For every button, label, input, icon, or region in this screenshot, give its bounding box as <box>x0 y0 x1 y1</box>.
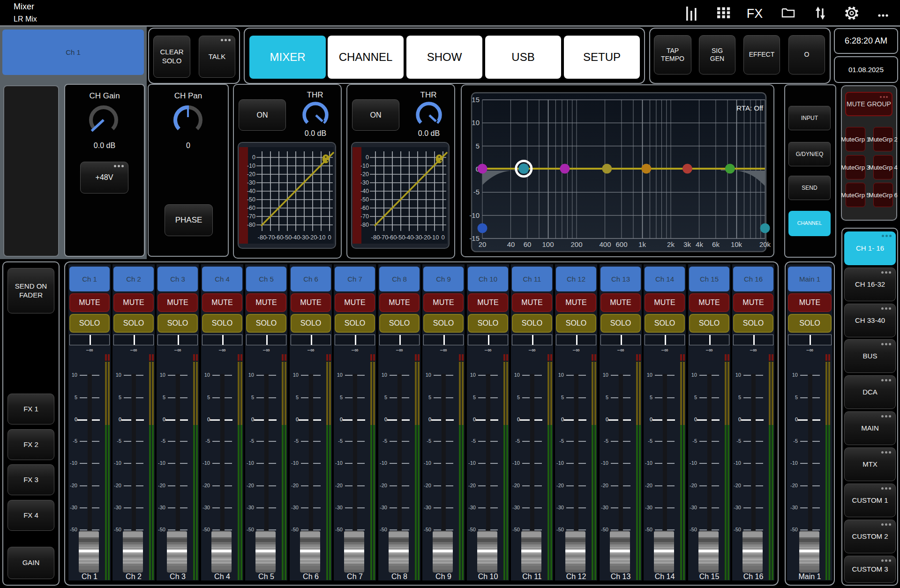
svg-text:-30: -30 <box>413 234 422 241</box>
svg-text:-80: -80 <box>360 222 369 228</box>
svg-text:-20: -20 <box>360 171 369 178</box>
svg-text:600: 600 <box>615 240 627 248</box>
svg-text:10k: 10k <box>731 240 742 248</box>
svg-text:-20: -20 <box>422 234 431 241</box>
svg-text:-60: -60 <box>275 234 284 241</box>
svg-text:-40: -40 <box>247 188 255 194</box>
svg-text:6k: 6k <box>712 240 720 248</box>
svg-text:100: 100 <box>542 240 554 248</box>
svg-text:-60: -60 <box>247 205 255 211</box>
svg-text:-50: -50 <box>360 196 369 203</box>
svg-text:-50: -50 <box>397 234 405 241</box>
svg-text:-70: -70 <box>360 213 369 220</box>
svg-text:15: 15 <box>472 96 480 104</box>
svg-text:1k: 1k <box>638 240 646 248</box>
svg-text:-40: -40 <box>360 188 369 194</box>
svg-text:4k: 4k <box>696 240 703 248</box>
svg-text:0: 0 <box>328 234 331 241</box>
svg-text:-50: -50 <box>247 196 255 203</box>
svg-text:-80: -80 <box>258 234 267 241</box>
svg-text:10: 10 <box>472 119 480 127</box>
svg-text:5: 5 <box>476 142 480 150</box>
svg-text:-70: -70 <box>266 234 275 241</box>
svg-text:-10: -10 <box>247 163 255 169</box>
svg-text:FX: FX <box>747 7 763 21</box>
svg-text:3k: 3k <box>683 240 691 248</box>
svg-text:-30: -30 <box>360 179 369 186</box>
svg-text:-40: -40 <box>292 234 300 241</box>
svg-text:-70: -70 <box>247 213 255 220</box>
svg-text:20k: 20k <box>759 240 771 248</box>
svg-text:-80: -80 <box>371 234 380 241</box>
svg-text:-60: -60 <box>360 205 369 211</box>
svg-text:-30: -30 <box>247 179 255 186</box>
svg-text:-50: -50 <box>283 234 292 241</box>
svg-text:-10: -10 <box>469 211 480 219</box>
svg-text:-5: -5 <box>473 188 480 196</box>
svg-text:0: 0 <box>441 234 444 241</box>
svg-text:-20: -20 <box>308 234 317 241</box>
svg-text:-10: -10 <box>430 234 439 241</box>
svg-text:-10: -10 <box>317 234 326 241</box>
svg-text:-60: -60 <box>388 234 397 241</box>
svg-text:0: 0 <box>366 154 369 161</box>
svg-text:-70: -70 <box>380 234 389 241</box>
svg-text:200: 200 <box>570 240 582 248</box>
svg-text:40: 40 <box>507 240 515 248</box>
svg-text:60: 60 <box>524 240 532 248</box>
svg-text:400: 400 <box>599 240 611 248</box>
svg-text:-40: -40 <box>405 234 414 241</box>
svg-text:-10: -10 <box>360 163 369 169</box>
svg-text:20: 20 <box>479 240 487 248</box>
svg-text:-20: -20 <box>247 171 255 178</box>
svg-text:-80: -80 <box>247 222 255 228</box>
svg-text:0: 0 <box>252 154 255 161</box>
svg-text:2k: 2k <box>667 240 675 248</box>
svg-text:-30: -30 <box>300 234 309 241</box>
svg-text:RTA: Off: RTA: Off <box>736 104 764 112</box>
